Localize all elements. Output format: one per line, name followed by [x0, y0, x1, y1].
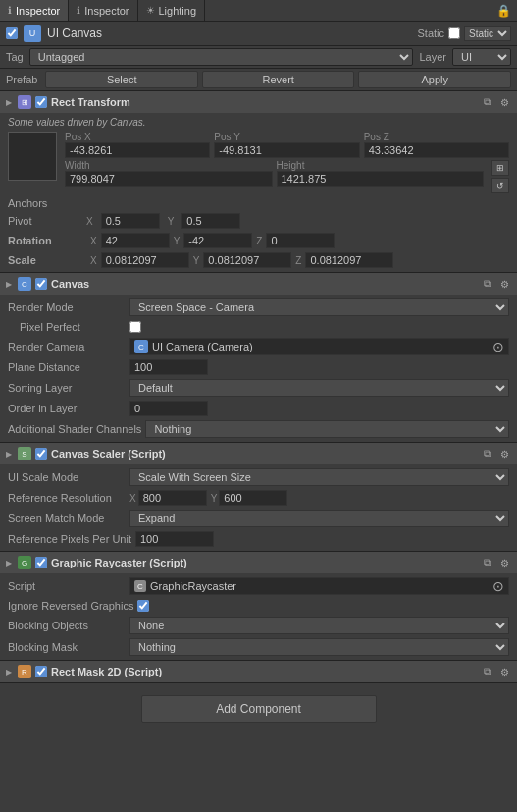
render-camera-value: UI Camera (Camera): [152, 341, 253, 352]
order-in-layer-input[interactable]: [129, 401, 208, 416]
tab-label-inspector-1: Inspector: [16, 5, 60, 17]
anchors-row: Anchors: [0, 195, 517, 211]
canvas-scaler-copy-btn[interactable]: ⧉: [480, 447, 493, 460]
rotate-btn[interactable]: ↺: [491, 178, 509, 193]
sorting-layer-select[interactable]: Default: [129, 379, 509, 397]
additional-shader-select[interactable]: Nothing: [145, 420, 509, 438]
blocking-objects-select[interactable]: None: [129, 617, 509, 634]
rect-transform-icon: ⊞: [18, 95, 31, 109]
height-input[interactable]: [277, 171, 485, 187]
rect-mask-2d-copy-btn[interactable]: ⧉: [480, 665, 493, 678]
canvas-menu-btn[interactable]: ⚙: [497, 277, 511, 291]
pos-y-input[interactable]: [214, 142, 359, 158]
tag-select[interactable]: Untagged: [29, 48, 414, 66]
pos-y-label: Pos Y: [214, 132, 359, 142]
blueprint-btn[interactable]: ⊞: [491, 160, 509, 176]
ui-scale-select[interactable]: Scale With Screen Size: [129, 468, 509, 486]
tab-bar: ℹ Inspector ℹ Inspector ☀ Lighting 🔒: [0, 0, 517, 22]
static-checkbox[interactable]: [448, 27, 460, 39]
rotation-x-input[interactable]: [101, 233, 170, 248]
lock-icon[interactable]: 🔒: [491, 4, 517, 18]
graphic-raycaster-copy-btn[interactable]: ⧉: [480, 556, 493, 569]
add-component-button[interactable]: Add Component: [141, 695, 377, 723]
order-in-layer-label: Order in Layer: [8, 403, 126, 414]
canvas-header[interactable]: ▶ C Canvas ⧉ ⚙: [0, 273, 517, 295]
rotation-y-input[interactable]: [183, 233, 252, 248]
static-dropdown[interactable]: Static: [464, 26, 511, 41]
tab-inspector-1[interactable]: ℹ Inspector: [0, 0, 69, 21]
blocking-objects-row: Blocking Objects None: [0, 615, 517, 636]
prefab-revert-button[interactable]: Revert: [202, 71, 355, 88]
width-input[interactable]: [65, 171, 273, 187]
scale-row: Scale X Y Z: [0, 250, 517, 270]
canvas-scaler-enable[interactable]: [35, 448, 47, 460]
blocking-mask-row: Blocking Mask Nothing: [0, 636, 517, 658]
scale-x-input[interactable]: [101, 252, 189, 268]
tab-inspector-2[interactable]: ℹ Inspector: [69, 0, 137, 21]
canvas-scaler-arrow: ▶: [6, 450, 14, 459]
render-mode-select[interactable]: Screen Space - Camera: [129, 298, 509, 316]
screen-match-row: Screen Match Mode Expand: [0, 508, 517, 529]
tag-layer-row: Tag Untagged Layer UI: [0, 46, 517, 69]
pixel-perfect-checkbox[interactable]: [129, 321, 141, 333]
object-enable-checkbox-wrapper[interactable]: [6, 27, 18, 39]
blocking-mask-label: Blocking Mask: [8, 641, 126, 653]
rect-transform-enable[interactable]: [35, 96, 47, 108]
order-in-layer-row: Order in Layer: [0, 399, 517, 418]
screen-match-select[interactable]: Expand: [129, 510, 509, 527]
rect-mask-2d-enable[interactable]: [35, 666, 47, 677]
pivot-y-input[interactable]: [181, 213, 240, 229]
pos-x-input[interactable]: [65, 142, 210, 158]
rect-mask-2d-menu-btn[interactable]: ⚙: [497, 665, 511, 678]
canvas-copy-btn[interactable]: ⧉: [480, 277, 493, 291]
ignore-reversed-label: Ignore Reversed Graphics: [8, 600, 133, 612]
ref-pixels-input[interactable]: [135, 531, 214, 547]
canvas-scaler-title: Canvas Scaler (Script): [51, 448, 476, 460]
rect-transform-header[interactable]: ▶ ⊞ Rect Transform ⧉ ⚙: [0, 91, 517, 113]
object-title: UI Canvas: [47, 27, 411, 40]
ref-res-x-input[interactable]: [138, 490, 207, 506]
graphic-raycaster-enable[interactable]: [35, 557, 47, 568]
pos-z-input[interactable]: [364, 142, 509, 158]
graphic-raycaster-title: Graphic Raycaster (Script): [51, 557, 476, 568]
prefab-select-button[interactable]: Select: [45, 71, 198, 88]
graphic-raycaster-arrow: ▶: [6, 559, 14, 568]
plane-distance-input[interactable]: [129, 359, 208, 375]
inspector-icon-2: ℹ: [77, 5, 80, 16]
rotation-z-input[interactable]: [266, 233, 335, 248]
graphic-raycaster-menu-btn[interactable]: ⚙: [497, 556, 511, 569]
tab-label-lighting: Lighting: [159, 5, 197, 17]
ignore-reversed-checkbox[interactable]: [137, 600, 149, 612]
graphic-raycaster-section: ▶ G Graphic Raycaster (Script) ⧉ ⚙ Scrip…: [0, 552, 517, 661]
tab-lighting[interactable]: ☀ Lighting: [138, 0, 206, 21]
ref-res-y-input[interactable]: [219, 490, 287, 506]
canvas-arrow: ▶: [6, 280, 14, 289]
rt-fields: Pos X Pos Y Pos Z Width: [65, 132, 509, 195]
prefab-apply-button[interactable]: Apply: [358, 71, 511, 88]
layer-select[interactable]: UI: [452, 48, 511, 66]
render-camera-ref[interactable]: C UI Camera (Camera) ⊙: [129, 338, 509, 355]
canvas-scaler-header[interactable]: ▶ S Canvas Scaler (Script) ⧉ ⚙: [0, 443, 517, 464]
anchors-label: Anchors: [8, 197, 86, 209]
pivot-x-input[interactable]: [101, 213, 160, 229]
render-mode-label: Render Mode: [8, 301, 126, 313]
graphic-raycaster-icon: G: [18, 556, 31, 569]
script-ref[interactable]: C GraphicRaycaster ⊙: [129, 577, 509, 595]
object-enable-checkbox[interactable]: [6, 27, 18, 39]
rect-transform-copy-btn[interactable]: ⧉: [480, 95, 493, 109]
scale-z-input[interactable]: [305, 252, 393, 268]
graphic-raycaster-header[interactable]: ▶ G Graphic Raycaster (Script) ⧉ ⚙: [0, 552, 517, 573]
layer-label: Layer: [419, 51, 446, 63]
rect-mask-2d-icon: R: [18, 665, 31, 678]
rect-mask-2d-header[interactable]: ▶ R Rect Mask 2D (Script) ⧉ ⚙: [0, 661, 517, 682]
script-ref-dot[interactable]: ⊙: [492, 578, 504, 594]
canvas-scaler-menu-btn[interactable]: ⚙: [497, 447, 511, 460]
rect-transform-menu-btn[interactable]: ⚙: [497, 95, 511, 109]
pixel-perfect-row: Pixel Perfect: [0, 318, 517, 336]
blocking-mask-select[interactable]: Nothing: [129, 638, 509, 656]
ref-pixels-label: Reference Pixels Per Unit: [8, 533, 131, 545]
render-camera-dot[interactable]: ⊙: [492, 339, 504, 354]
graphic-raycaster-content: Script C GraphicRaycaster ⊙ Ignore Rever…: [0, 573, 517, 660]
canvas-enable[interactable]: [35, 278, 47, 290]
scale-y-input[interactable]: [203, 252, 291, 268]
